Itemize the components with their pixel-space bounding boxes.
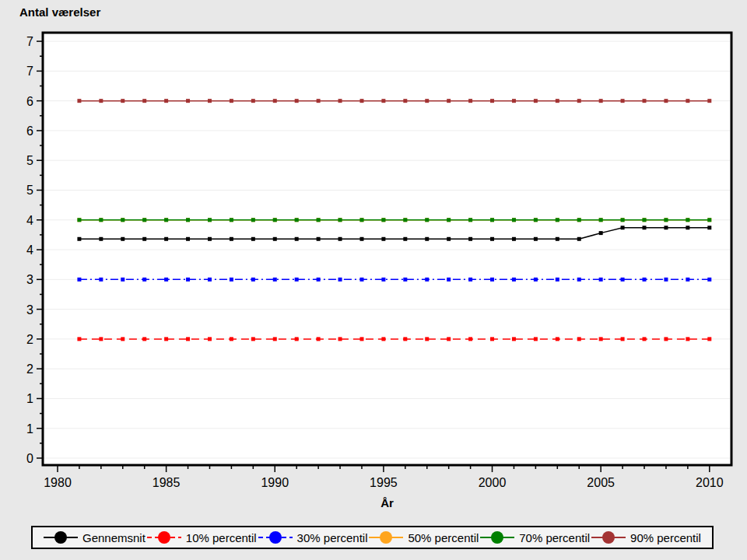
data-marker xyxy=(359,237,363,241)
data-marker xyxy=(686,337,689,341)
legend-item-label: 70% percentil xyxy=(519,531,590,544)
data-marker xyxy=(164,99,168,103)
data-marker xyxy=(556,218,559,222)
data-marker xyxy=(208,337,212,341)
data-marker xyxy=(317,337,321,341)
data-marker xyxy=(317,218,321,222)
data-marker xyxy=(251,237,255,241)
data-marker xyxy=(447,278,451,282)
data-marker xyxy=(403,218,407,222)
data-marker xyxy=(425,337,429,341)
data-marker xyxy=(425,99,429,103)
data-marker xyxy=(556,99,559,103)
plot-area: 0112233445566771980198519901995200020052… xyxy=(0,0,747,524)
data-marker xyxy=(707,99,711,103)
y-tick-label: 7 xyxy=(26,65,33,78)
data-marker xyxy=(99,337,103,341)
data-marker xyxy=(447,237,451,241)
y-tick-label: 1 xyxy=(26,392,33,405)
legend-item-label: 10% percentil xyxy=(186,531,257,544)
y-tick-label: 5 xyxy=(26,184,33,197)
legend-item-label: Gennemsnit xyxy=(82,531,146,544)
legend: Gennemsnit10% percentil30% percentil50% … xyxy=(31,526,714,549)
x-tick-label: 1990 xyxy=(261,476,289,489)
data-marker xyxy=(643,218,647,222)
x-tick-label: 1980 xyxy=(44,476,72,489)
data-marker xyxy=(77,278,81,282)
data-marker xyxy=(295,99,299,103)
y-tick-label: 4 xyxy=(26,243,33,257)
data-marker xyxy=(273,278,277,282)
data-marker xyxy=(230,337,233,341)
data-marker xyxy=(556,237,559,241)
data-marker xyxy=(99,99,103,103)
data-marker xyxy=(664,226,668,229)
data-marker xyxy=(317,99,321,103)
x-tick-label: 2010 xyxy=(696,476,724,489)
data-marker xyxy=(121,278,124,282)
y-tick-label: 0 xyxy=(26,452,33,465)
legend-item-label: 50% percentil xyxy=(408,531,479,544)
legend-item-90-percentil: 90% percentil xyxy=(591,530,701,544)
data-marker xyxy=(164,278,168,282)
data-marker xyxy=(99,218,103,222)
data-marker xyxy=(99,237,103,241)
data-marker xyxy=(142,237,146,241)
data-marker xyxy=(664,218,668,222)
plot-background xyxy=(43,33,731,465)
legend-marker-icon xyxy=(591,530,626,544)
data-marker xyxy=(251,278,255,282)
data-marker xyxy=(295,218,299,222)
data-marker xyxy=(338,337,342,341)
data-marker xyxy=(468,337,472,341)
data-marker xyxy=(186,337,190,341)
data-marker xyxy=(381,337,385,341)
data-marker xyxy=(142,337,146,341)
data-marker xyxy=(425,278,429,282)
data-marker xyxy=(447,218,451,222)
legend-marker-icon xyxy=(258,530,293,544)
data-marker xyxy=(99,278,103,282)
data-marker xyxy=(403,278,407,282)
data-marker xyxy=(381,99,385,103)
data-marker xyxy=(577,99,581,103)
legend-item-50-percentil: 50% percentil xyxy=(369,530,479,544)
x-tick-label: 1995 xyxy=(370,476,398,489)
y-tick-label: 6 xyxy=(26,95,33,108)
data-marker xyxy=(534,337,538,341)
data-marker xyxy=(643,337,647,341)
data-marker xyxy=(142,278,146,282)
y-tick-label: 5 xyxy=(26,154,33,167)
data-marker xyxy=(664,99,668,103)
y-tick-label: 6 xyxy=(26,124,33,138)
data-marker xyxy=(425,218,429,222)
data-marker xyxy=(77,337,81,341)
x-axis-title: År xyxy=(381,496,394,509)
data-marker xyxy=(381,278,385,282)
data-marker xyxy=(338,278,342,282)
data-marker xyxy=(490,337,494,341)
data-marker xyxy=(251,337,255,341)
data-marker xyxy=(273,99,277,103)
legend-item-30-percentil: 30% percentil xyxy=(258,530,368,544)
data-marker xyxy=(142,218,146,222)
data-marker xyxy=(251,218,255,222)
data-marker xyxy=(186,218,190,222)
data-marker xyxy=(338,218,342,222)
data-marker xyxy=(686,226,689,229)
legend-item-10-percentil: 10% percentil xyxy=(147,530,257,544)
data-marker xyxy=(577,218,581,222)
data-marker xyxy=(359,278,363,282)
data-marker xyxy=(447,99,451,103)
data-marker xyxy=(664,278,668,282)
data-marker xyxy=(643,226,647,229)
data-marker xyxy=(556,278,559,282)
data-marker xyxy=(621,218,625,222)
y-tick-label: 2 xyxy=(26,362,33,376)
data-marker xyxy=(121,337,124,341)
data-marker xyxy=(142,99,146,103)
data-marker xyxy=(230,278,233,282)
data-marker xyxy=(686,278,689,282)
y-tick-label: 3 xyxy=(26,303,33,317)
x-tick-label: 1985 xyxy=(153,476,181,489)
